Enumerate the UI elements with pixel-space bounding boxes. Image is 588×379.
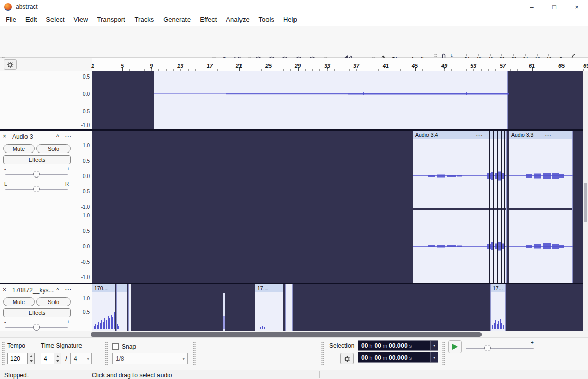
clip-boundary[interactable] xyxy=(501,131,502,283)
track2-scale-label: -1.0 xyxy=(74,274,90,280)
minimize-button[interactable]: – xyxy=(521,0,543,13)
track2-menu-icon[interactable]: ⋯ xyxy=(65,132,72,140)
play-at-speed-grip[interactable] xyxy=(442,341,445,366)
track2-scale-label: 1.0 xyxy=(74,213,90,218)
menu-bar: File Edit Select View Transport Tracks G… xyxy=(0,13,588,26)
track1-content[interactable] xyxy=(92,71,583,129)
time-signature-upper-input[interactable]: 4 xyxy=(41,353,54,364)
clip-boundary[interactable] xyxy=(497,131,498,283)
track2-scale-label: 0.0 xyxy=(74,244,90,249)
menu-edit[interactable]: Edit xyxy=(21,14,41,25)
track3-scale-label: 1.0 xyxy=(74,296,90,301)
track2-gain-thumb[interactable] xyxy=(33,171,40,178)
snap-mode-select[interactable]: 1/8▾ xyxy=(112,353,188,364)
gear-icon xyxy=(344,356,351,362)
maximize-button[interactable]: □ xyxy=(543,0,566,13)
track2-solo-button[interactable]: Solo xyxy=(36,144,71,153)
selection-start-field[interactable]: 00h 00m 00.000s ▾ xyxy=(358,340,438,351)
time-signature-spinner[interactable] xyxy=(54,353,61,364)
track3-header[interactable]: × 170872__kys... ^ ⋯ Mute Solo Effects -… xyxy=(0,284,74,331)
track3-solo-button[interactable]: Solo xyxy=(36,297,71,306)
menu-analyze[interactable]: Analyze xyxy=(221,14,254,25)
timeline-options-button[interactable] xyxy=(4,59,17,70)
recording-meter-left-label: L xyxy=(451,54,453,58)
track1-scale-label: -0.5 xyxy=(74,109,90,114)
track2-content[interactable]: Audio 3.4 ⋯ Audio 3.3 ⋯ xyxy=(92,131,583,283)
tempo-input[interactable]: 120 xyxy=(7,353,28,364)
menu-tools[interactable]: Tools xyxy=(254,14,279,25)
track2-mute-button[interactable]: Mute xyxy=(3,144,35,153)
clip-boundary[interactable] xyxy=(489,131,490,283)
audacity-logo-icon xyxy=(4,3,12,11)
menu-tracks[interactable]: Tracks xyxy=(130,14,159,25)
time-toolbar-grip[interactable] xyxy=(193,341,196,366)
track3-collapse-icon[interactable]: ^ xyxy=(56,287,59,294)
selection-toolbar-grip[interactable] xyxy=(321,341,324,366)
time-signature-toolbar-grip[interactable] xyxy=(2,341,5,366)
track3-name[interactable]: 170872__kys... xyxy=(12,287,54,294)
track3-effects-button[interactable]: Effects xyxy=(3,308,71,317)
track1-scale-label: 0.0 xyxy=(74,91,90,97)
play-at-speed-icon xyxy=(452,344,458,350)
track1-clip[interactable] xyxy=(154,71,508,129)
vertical-scrollbar[interactable] xyxy=(583,71,588,331)
track3-content[interactable]: 170... 17... 17... xyxy=(92,284,583,331)
gain-plus-label: + xyxy=(67,319,70,325)
speed-minus-label: - xyxy=(463,340,464,345)
track1-waveform xyxy=(154,71,509,129)
title-bar: abstract – □ × xyxy=(0,0,588,13)
track3-mute-button[interactable]: Mute xyxy=(3,297,35,306)
track2-header[interactable]: × Audio 3 ^ ⋯ Mute Solo Effects - + L R xyxy=(0,131,74,283)
time-signature-label: Time Signature xyxy=(41,342,82,349)
menu-help[interactable]: Help xyxy=(279,14,302,25)
track2-scale-label: 0.5 xyxy=(74,158,90,164)
horizontal-scrollbar[interactable] xyxy=(0,331,588,337)
play-at-speed-button[interactable] xyxy=(448,340,462,353)
track2-scale-label: 1.0 xyxy=(74,143,90,148)
track3-menu-icon[interactable]: ⋯ xyxy=(65,285,72,293)
tracks-area: 0.5 0.0 -0.5 -1.0 × Audio 3 ^ ⋯ Mute Sol… xyxy=(0,71,588,331)
dropdown-arrow-icon[interactable]: ▾ xyxy=(430,352,438,362)
playback-speed-slider[interactable] xyxy=(466,348,534,349)
menu-effect[interactable]: Effect xyxy=(195,14,221,25)
menu-file[interactable]: File xyxy=(1,14,21,25)
time-signature-lower-select[interactable]: 4▾ xyxy=(70,353,92,364)
speed-plus-label: + xyxy=(531,340,534,345)
clip-boundary[interactable] xyxy=(493,131,494,283)
close-button[interactable]: × xyxy=(566,0,588,13)
vertical-scrollbar-thumb[interactable] xyxy=(584,183,587,222)
clip-boundary[interactable] xyxy=(504,131,505,283)
track2-scale-label: 0.5 xyxy=(74,228,90,234)
track1-header[interactable] xyxy=(0,71,74,129)
track3-gain-thumb[interactable] xyxy=(33,324,40,331)
menu-transport[interactable]: Transport xyxy=(92,14,129,25)
track2-collapse-icon[interactable]: ^ xyxy=(56,133,59,140)
timeline-ruler[interactable]: 1 5 9 13 17 21 25 29 33 37 41 45 49 53 5… xyxy=(92,58,588,71)
track3-close-button[interactable]: × xyxy=(3,286,6,293)
selection-options-button[interactable] xyxy=(340,353,354,364)
horizontal-scrollbar-thumb[interactable] xyxy=(91,332,482,337)
pan-right-label: R xyxy=(65,181,69,187)
dropdown-arrow-icon[interactable]: ▾ xyxy=(430,341,438,350)
menu-generate[interactable]: Generate xyxy=(158,14,195,25)
status-divider xyxy=(319,371,320,378)
toolbar: I Z xyxy=(0,26,588,58)
gear-icon xyxy=(7,61,14,68)
tempo-label: Tempo xyxy=(7,342,25,349)
track2-close-button[interactable]: × xyxy=(3,133,6,140)
track2-effects-button[interactable]: Effects xyxy=(3,155,71,164)
menu-view[interactable]: View xyxy=(69,14,93,25)
dropdown-arrow-icon: ▾ xyxy=(182,356,185,361)
tempo-spinner[interactable] xyxy=(28,353,35,364)
menu-select[interactable]: Select xyxy=(41,14,69,25)
window-title: abstract xyxy=(16,3,38,10)
snapping-toolbar-grip[interactable] xyxy=(105,341,108,366)
track2-pan-thumb[interactable] xyxy=(33,186,40,192)
bottom-toolbar: Tempo 120 Time Signature 4 / 4▾ Snap 1/8… xyxy=(0,337,588,370)
playback-speed-thumb[interactable] xyxy=(484,345,491,351)
snap-checkbox[interactable] xyxy=(112,343,119,350)
selection-end-field[interactable]: 00h 00m 00.000s ▾ xyxy=(358,352,438,363)
status-message: Click and drag to select audio xyxy=(92,372,172,379)
track1-scale-label: -1.0 xyxy=(74,122,90,128)
track2-name[interactable]: Audio 3 xyxy=(12,133,33,140)
